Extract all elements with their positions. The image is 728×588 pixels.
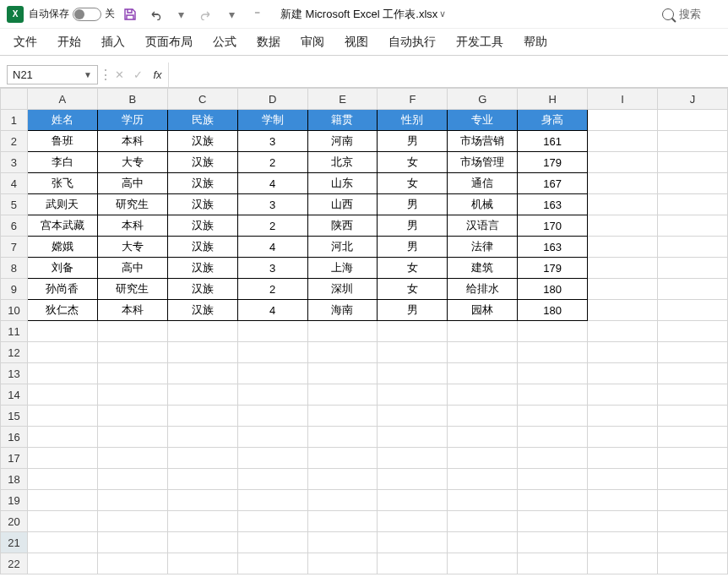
cell-A17[interactable] <box>27 448 97 469</box>
row-header-1[interactable]: 1 <box>1 110 28 131</box>
cell-D1[interactable]: 学制 <box>237 110 307 131</box>
cell-I18[interactable] <box>588 469 658 490</box>
cell-H4[interactable]: 167 <box>518 173 588 194</box>
cell-J9[interactable] <box>657 279 727 300</box>
cell-D19[interactable] <box>237 490 307 511</box>
cell-D13[interactable] <box>237 363 307 384</box>
tab-formulas[interactable]: 公式 <box>211 31 238 53</box>
cell-H3[interactable]: 179 <box>518 152 588 173</box>
document-title[interactable]: 新建 Microsoft Excel 工作表.xlsx ∨ <box>280 7 446 22</box>
cell-F22[interactable] <box>378 553 448 574</box>
cell-A18[interactable] <box>27 469 97 490</box>
cell-H1[interactable]: 身高 <box>518 110 588 131</box>
name-box[interactable]: N21 ▼ <box>7 65 98 84</box>
cell-F8[interactable]: 女 <box>378 258 448 279</box>
cell-G11[interactable] <box>448 321 518 342</box>
cell-H15[interactable] <box>518 406 588 427</box>
cell-D9[interactable]: 2 <box>237 279 307 300</box>
cell-F21[interactable] <box>378 532 448 553</box>
cell-I5[interactable] <box>588 194 658 215</box>
cell-A5[interactable]: 武则天 <box>27 194 97 215</box>
cell-C5[interactable]: 汉族 <box>167 194 237 215</box>
cell-G6[interactable]: 汉语言 <box>448 215 518 237</box>
row-header-20[interactable]: 20 <box>1 511 28 532</box>
cell-J19[interactable] <box>657 490 727 511</box>
cell-A11[interactable] <box>27 321 97 342</box>
cell-I15[interactable] <box>588 406 658 427</box>
cell-H18[interactable] <box>518 469 588 490</box>
cell-H16[interactable] <box>518 427 588 448</box>
row-header-13[interactable]: 13 <box>1 363 28 384</box>
worksheet-area[interactable]: ABCDEFGHIJ1姓名学历民族学制籍贯性别专业身高2鲁班本科汉族3河南男市场… <box>0 88 728 588</box>
cell-H13[interactable] <box>518 363 588 384</box>
cell-F11[interactable] <box>378 321 448 342</box>
cell-J21[interactable] <box>657 532 727 553</box>
cell-E12[interactable] <box>307 342 378 363</box>
cell-C21[interactable] <box>167 532 237 553</box>
cell-I4[interactable] <box>588 173 658 194</box>
cell-B9[interactable]: 研究生 <box>97 279 167 300</box>
cell-E19[interactable] <box>307 490 378 511</box>
cell-A20[interactable] <box>27 511 97 532</box>
tab-file[interactable]: 文件 <box>12 31 39 53</box>
cell-B7[interactable]: 大专 <box>97 237 167 258</box>
cell-C18[interactable] <box>167 469 237 490</box>
cell-F2[interactable]: 男 <box>378 131 448 152</box>
tab-review[interactable]: 审阅 <box>299 31 326 53</box>
cell-C8[interactable]: 汉族 <box>167 258 237 279</box>
tab-help[interactable]: 帮助 <box>522 31 549 53</box>
cell-F15[interactable] <box>378 406 448 427</box>
tab-developer[interactable]: 开发工具 <box>454 31 505 53</box>
cell-G4[interactable]: 通信 <box>448 173 518 194</box>
cell-C11[interactable] <box>167 321 237 342</box>
formula-input[interactable] <box>169 63 728 87</box>
cell-E10[interactable]: 海南 <box>307 300 378 321</box>
cell-I11[interactable] <box>588 321 658 342</box>
tab-view[interactable]: 视图 <box>343 31 370 53</box>
col-header-F[interactable]: F <box>378 89 448 110</box>
save-icon[interactable] <box>120 4 140 24</box>
cell-J18[interactable] <box>657 469 727 490</box>
cell-I19[interactable] <box>588 490 658 511</box>
cell-G3[interactable]: 市场管理 <box>448 152 518 173</box>
cell-D16[interactable] <box>237 427 307 448</box>
cell-E5[interactable]: 山西 <box>307 194 378 215</box>
cell-B1[interactable]: 学历 <box>97 110 167 131</box>
cell-E13[interactable] <box>307 363 378 384</box>
col-header-C[interactable]: C <box>167 89 237 110</box>
col-header-B[interactable]: B <box>97 89 167 110</box>
cell-H12[interactable] <box>518 342 588 363</box>
cell-E6[interactable]: 陕西 <box>307 215 378 237</box>
cell-D17[interactable] <box>237 448 307 469</box>
cell-J13[interactable] <box>657 363 727 384</box>
cell-F18[interactable] <box>378 469 448 490</box>
cell-A2[interactable]: 鲁班 <box>27 131 97 152</box>
cell-I14[interactable] <box>588 384 658 406</box>
cell-A22[interactable] <box>27 553 97 574</box>
row-header-14[interactable]: 14 <box>1 384 28 406</box>
cell-B17[interactable] <box>97 448 167 469</box>
cell-F16[interactable] <box>378 427 448 448</box>
cell-A3[interactable]: 李白 <box>27 152 97 173</box>
cell-F6[interactable]: 男 <box>378 215 448 237</box>
row-header-8[interactable]: 8 <box>1 258 28 279</box>
row-header-12[interactable]: 12 <box>1 342 28 363</box>
cell-B5[interactable]: 研究生 <box>97 194 167 215</box>
cell-F12[interactable] <box>378 342 448 363</box>
cell-H5[interactable]: 163 <box>518 194 588 215</box>
row-header-5[interactable]: 5 <box>1 194 28 215</box>
cell-C19[interactable] <box>167 490 237 511</box>
cell-C3[interactable]: 汉族 <box>167 152 237 173</box>
cell-B6[interactable]: 本科 <box>97 215 167 237</box>
cell-G19[interactable] <box>448 490 518 511</box>
row-header-19[interactable]: 19 <box>1 490 28 511</box>
col-header-A[interactable]: A <box>27 89 97 110</box>
cell-E18[interactable] <box>307 469 378 490</box>
cell-B3[interactable]: 大专 <box>97 152 167 173</box>
row-header-2[interactable]: 2 <box>1 131 28 152</box>
cell-E14[interactable] <box>307 384 378 406</box>
row-header-11[interactable]: 11 <box>1 321 28 342</box>
col-header-D[interactable]: D <box>237 89 307 110</box>
cell-B21[interactable] <box>97 532 167 553</box>
cell-D7[interactable]: 4 <box>237 237 307 258</box>
